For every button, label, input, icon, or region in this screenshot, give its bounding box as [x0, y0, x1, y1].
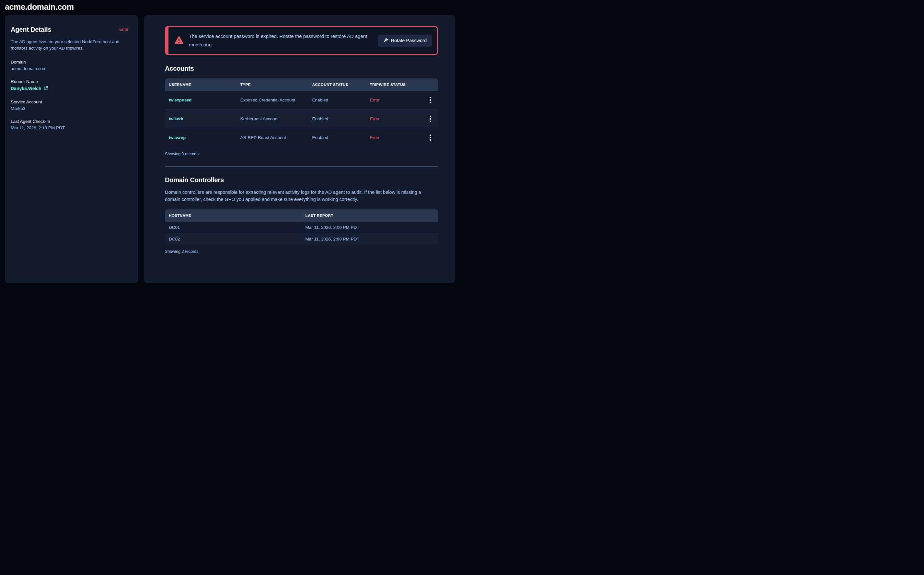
last-checkin-label: Last Agent Check-In: [11, 119, 132, 124]
agent-details-description: The AD agent lives on your selected Node…: [11, 38, 131, 52]
dc-row: DC01 Mar 11, 2026, 2:00 PM PDT: [165, 222, 438, 233]
column-header-tripwire-status: TRIPWIRE STATUS: [366, 83, 424, 87]
alert-message: The service account password is expired.…: [189, 32, 370, 49]
wrench-icon: [383, 38, 388, 43]
account-type: Exposed Credential Account: [236, 98, 308, 102]
runner-name-value: Danyka.Welch: [11, 86, 41, 91]
external-link-icon: [43, 86, 48, 91]
agent-details-card: Agent Details Error The AD agent lives o…: [5, 15, 138, 283]
dc-last-report: Mar 11, 2026, 2:00 PM PDT: [302, 237, 438, 241]
section-divider: [165, 166, 438, 167]
account-row: tw.asrep AS-REP Roast Account Enabled Er…: [165, 129, 438, 147]
account-row: tw.kerb Kerberoast Account Enabled Error: [165, 110, 438, 129]
dc-last-report: Mar 11, 2026, 2:00 PM PDT: [302, 225, 438, 230]
ad-tripwire-domain-page: acme.domain.com Agent Details Error The …: [0, 0, 462, 288]
page-title: acme.domain.com: [0, 0, 462, 12]
tripwire-status: Error: [366, 98, 424, 102]
dc-record-count: Showing 2 records: [165, 249, 438, 254]
account-status: Enabled: [308, 135, 366, 140]
service-account-value: Mark53: [11, 106, 132, 111]
account-username: tw.exposed: [165, 98, 236, 102]
service-account-field: Service Account Mark53: [11, 100, 132, 111]
account-username: tw.kerb: [165, 116, 236, 121]
accounts-table: USERNAME TYPE ACCOUNT STATUS TRIPWIRE ST…: [165, 78, 438, 147]
tripwire-status: Error: [366, 116, 424, 121]
kebab-menu-icon[interactable]: [428, 114, 433, 124]
last-checkin-value: Mar 11, 2026, 2:19 PM PDT: [11, 125, 132, 130]
service-account-label: Service Account: [11, 100, 132, 104]
runner-name-link[interactable]: Danyka.Welch: [11, 86, 48, 91]
domain-field: Domain acme.domain.com: [11, 60, 132, 71]
column-header-last-report: LAST REPORT: [302, 214, 438, 218]
account-username: tw.asrep: [165, 135, 236, 140]
runner-name-label: Runner Name: [11, 79, 132, 84]
tripwire-status: Error: [366, 135, 424, 140]
account-status: Enabled: [308, 116, 366, 121]
domain-controllers-description: Domain controllers are responsible for e…: [165, 189, 433, 203]
dc-hostname: DC02: [165, 237, 302, 241]
account-type: Kerberoast Account: [236, 116, 308, 121]
runner-field: Runner Name Danyka.Welch: [11, 79, 132, 91]
tripwire-detail-card: The service account password is expired.…: [144, 15, 455, 283]
column-header-type: TYPE: [236, 83, 308, 87]
account-type: AS-REP Roast Account: [236, 135, 308, 140]
accounts-heading: Accounts: [165, 65, 438, 72]
domain-controllers-table: HOSTNAME LAST REPORT DC01 Mar 11, 2026, …: [165, 210, 438, 245]
accounts-table-header: USERNAME TYPE ACCOUNT STATUS TRIPWIRE ST…: [165, 78, 438, 91]
domain-label: Domain: [11, 60, 132, 65]
domain-value: acme.domain.com: [11, 66, 132, 71]
dc-table-header: HOSTNAME LAST REPORT: [165, 210, 438, 222]
warning-icon: [174, 36, 183, 45]
agent-details-header: Agent Details Error: [11, 25, 132, 34]
status-badge: Error: [116, 25, 132, 34]
agent-details-heading: Agent Details: [11, 26, 51, 33]
column-header-username: USERNAME: [165, 83, 236, 87]
password-expired-alert: The service account password is expired.…: [165, 26, 438, 55]
dc-hostname: DC01: [165, 225, 302, 230]
kebab-menu-icon[interactable]: [428, 95, 433, 105]
domain-controllers-heading: Domain Controllers: [165, 176, 438, 184]
account-status: Enabled: [308, 98, 366, 102]
dc-row: DC02 Mar 11, 2026, 2:00 PM PDT: [165, 233, 438, 245]
accounts-record-count: Showing 3 records: [165, 152, 438, 156]
account-row: tw.exposed Exposed Credential Account En…: [165, 91, 438, 110]
main-layout: Agent Details Error The AD agent lives o…: [0, 12, 462, 283]
column-header-hostname: HOSTNAME: [165, 214, 302, 218]
rotate-password-button[interactable]: Rotate Password: [378, 35, 432, 47]
rotate-password-label: Rotate Password: [391, 38, 427, 43]
last-checkin-field: Last Agent Check-In Mar 11, 2026, 2:19 P…: [11, 119, 132, 130]
column-header-account-status: ACCOUNT STATUS: [308, 83, 366, 87]
kebab-menu-icon[interactable]: [428, 133, 433, 142]
